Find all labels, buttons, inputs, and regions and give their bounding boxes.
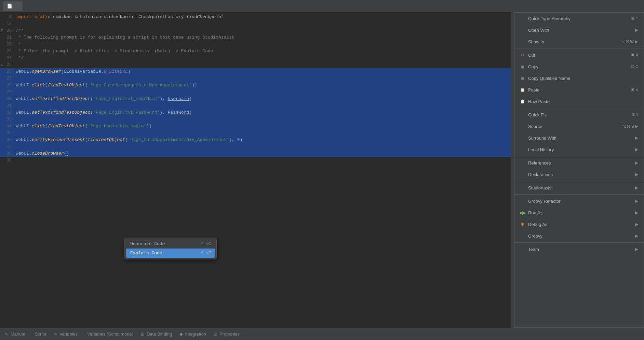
bottom-tab-variables-script[interactable]: Variables (Script mode) [82,329,137,339]
copy-icon: ▣ [520,75,525,81]
menu-separator [514,48,644,48]
menu-item-open-with[interactable]: Open With▶ [514,24,644,36]
menu-item-cut[interactable]: ✂Cut⌘ X [514,49,644,61]
menu-item-paste[interactable]: 📋Paste⌘ V [514,84,644,96]
line-content: WebUI.setText(findTestObject('Page_Login… [14,96,192,102]
tooltip-generate-label: Generate Code [130,241,165,246]
menu-item-surround-with[interactable]: Surround With▶ [514,132,644,144]
code-line: 34WebUI.click(findTestObject('Page_Login… [0,123,511,130]
fold-arrow[interactable]: ▽ [1,27,3,34]
bottom-tab-script[interactable]: Script [29,329,50,339]
code-line: 37 [0,143,511,150]
code-line: 30WebUI.setText(findTestObject('Page_Log… [0,96,511,102]
line-number: 24 [0,55,14,61]
bottom-tab-icon-variables: ✕ [54,331,57,337]
menu-item-groovy[interactable]: Groovy▶ [514,230,644,242]
bottom-tab-label: Properties [219,331,240,337]
code-line: 28WebUI.click(findTestObject('Page_CuraH… [0,82,511,89]
menu-separator [514,108,644,108]
copy-icon: ▣ [520,64,525,69]
menu-item-quick-type-hierarchy[interactable]: Quick Type Hierarchy⌘ T [514,13,644,24]
line-number: 30 [0,96,14,102]
menu-shortcut: ⌘ V [631,88,638,92]
menu-label: Source [528,124,542,129]
submenu-arrow: ▶ [635,185,638,190]
menu-shortcut: ⌥⌘ S [622,124,634,129]
line-number: 29 [0,89,14,96]
bottom-tab-icon-manual: ↖ [5,331,9,337]
editor-area[interactable]: 1import static com.kms.katalon.core.chec… [0,12,511,328]
menu-label: Cut [528,53,535,58]
submenu-arrow: ▶ [635,172,638,177]
code-line: 23 * Select the prompt -> Right-click ->… [0,48,511,55]
menu-shortcut: ⌘ 1 [631,113,638,117]
line-content: */ [14,55,24,61]
menu-label: Groovy [528,233,542,239]
quick-fix-icon [520,112,525,117]
local-history-icon [520,147,525,152]
line-number: 28 [0,82,14,89]
groovy-icon [520,233,525,239]
bottom-tab-manual[interactable]: ↖Manual [1,329,29,339]
line-number: 23 [0,48,14,55]
line-content: WebUI.setText(findTestObject('Page_Login… [14,109,192,116]
menu-item-raw-paste[interactable]: 📋Raw Paste [514,96,644,107]
main-content: 1import static com.kms.katalon.core.chec… [0,12,644,328]
menu-label: Copy Qualified Name [528,76,571,81]
menu-item-source[interactable]: Source⌥⌘ S▶ [514,121,644,132]
code-line: 24 */ [0,55,511,61]
surround-with-icon [520,135,525,141]
submenu-arrow: ▶ [635,233,638,238]
menu-separator [514,242,644,243]
menu-label: Team [528,247,539,252]
line-number: 34 [0,123,14,130]
line-content: WebUI.openBrowser(GlobalVariable.G_SiteU… [14,68,131,75]
code-line: 36WebUI.verifyElementPresent(findTestObj… [0,137,511,143]
bottom-tab-data-binding[interactable]: ⊞Data Binding [137,329,175,339]
line-content: import static com.kms.katalon.core.check… [14,14,224,20]
submenu-arrow: ▶ [635,199,638,203]
menu-label: Quick Type Hierarchy [528,16,571,21]
menu-label: Paste [528,87,539,93]
menu-separator [514,181,644,181]
menu-item-debug-as[interactable]: ✱Debug As▶ [514,218,644,230]
line-content: WebUI.closeBrowser() [14,150,69,157]
line-number: 1 [0,14,14,20]
menu-item-groovy-refactor[interactable]: Groovy Refactor▶ [514,195,644,207]
bottom-tab-properties[interactable]: ⊟Properties [210,329,243,339]
menu-item-local-history[interactable]: Local History▶ [514,144,644,155]
menu-label: Open With [528,28,549,33]
bottom-tab-variables[interactable]: ✕Variables [50,329,81,339]
tooltip-explain-code[interactable]: Explain Code ^ ⌥E [126,249,215,258]
tooltip-generate-code[interactable]: Generate Code ^ ⌥C [126,239,215,249]
menu-item-copy-qualified-name[interactable]: ▣Copy Qualified Name [514,72,644,84]
menu-item-run-as[interactable]: ●▶Run As▶ [514,207,644,218]
scrollbar[interactable] [511,12,514,328]
editor-tab[interactable]: 📄 [3,1,23,11]
code-line: 27 [0,75,511,82]
bottom-tab-integration[interactable]: ◆Integration [176,329,209,339]
line-number: 37 [0,143,14,150]
line-number: 21 [0,34,14,41]
run-icon: ●▶ [520,210,525,215]
menu-item-show-in[interactable]: Show In⌥⌘ W▶ [514,36,644,47]
menu-item-quick-fix[interactable]: Quick Fix⌘ 1 [514,109,644,121]
code-line: 22 * [0,41,511,48]
submenu-arrow: ▶ [635,124,638,129]
menu-item-team[interactable]: Team▶ [514,243,644,255]
submenu-arrow: ▶ [635,247,638,252]
quick-type-hierarchy-icon [520,16,525,21]
tooltip-explain-label: Explain Code [130,251,162,256]
line-number: 33 [0,116,14,123]
code-line: 19 [0,20,511,27]
references-icon [520,160,525,166]
source-icon [520,124,525,129]
code-line: 32WebUI.setText(findTestObject('Page_Log… [0,109,511,116]
code-line: ▽20/** [0,27,511,34]
menu-item-declarations[interactable]: Declarations▶ [514,169,644,180]
menu-item-references[interactable]: References▶ [514,157,644,169]
debug-icon: ✱ [520,222,525,227]
menu-item-copy[interactable]: ▣Copy⌘ C [514,61,644,72]
submenu-arrow: ▶ [635,28,638,32]
menu-item-studio-assist[interactable]: StudioAssist▶ [514,182,644,194]
